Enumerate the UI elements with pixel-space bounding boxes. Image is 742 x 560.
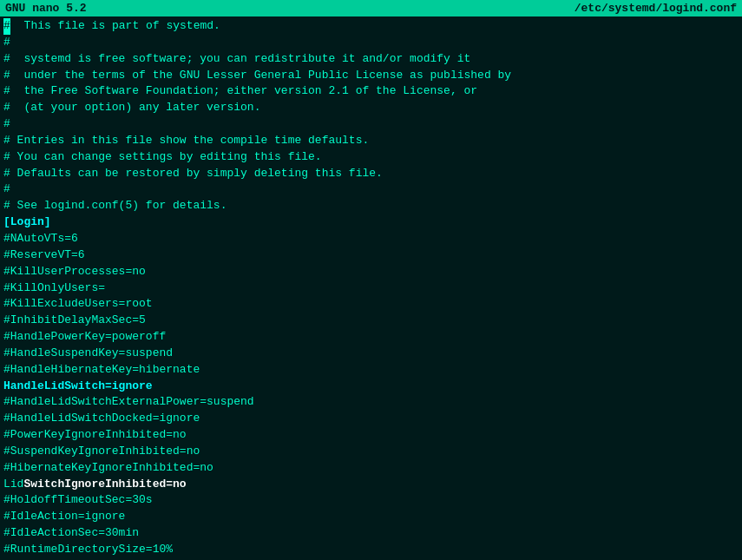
editor-line: #IdleActionSec=30min <box>3 525 739 542</box>
file-path: /etc/systemd/logind.conf <box>575 2 737 15</box>
editor-line: #HandleLidSwitchExternalPower=suspend <box>3 394 739 411</box>
editor-line: #PowerKeyIgnoreInhibited=no <box>3 427 739 444</box>
editor-line: #HoldoffTimeoutSec=30s <box>3 492 739 509</box>
editor-line: # <box>3 181 739 198</box>
editor-line: # Entries in this file show the compile … <box>3 133 739 149</box>
editor-line: # See logind.conf(5) for details. <box>3 198 739 214</box>
app-title: GNU nano 5.2 <box>5 2 87 15</box>
editor-line: # This file is part of systemd. <box>3 18 739 35</box>
editor-line: #InhibitDelayMaxSec=5 <box>3 313 739 329</box>
editor-line: # systemd is free software; you can redi… <box>3 51 739 68</box>
editor-line: #KillUserProcesses=no <box>3 264 739 280</box>
editor-line: # <box>3 116 739 133</box>
editor-line: #HandleLidSwitchDocked=ignore <box>3 411 739 427</box>
editor-line: # <box>3 35 739 51</box>
editor-line: # the Free Software Foundation; either v… <box>3 83 739 100</box>
editor-line: #KillExcludeUsers=root <box>3 296 739 313</box>
editor-line: #IdleAction=ignore <box>3 509 739 525</box>
editor-line: [Login] <box>3 214 739 231</box>
editor-line: #HandleHibernateKey=hibernate <box>3 362 739 379</box>
editor-line: LidSwitchIgnoreInhibited=no <box>3 477 739 493</box>
editor-line: #HibernateKeyIgnoreInhibited=no <box>3 460 739 477</box>
editor-content[interactable]: # This file is part of systemd.## system… <box>0 16 742 560</box>
editor-line: #HandleSuspendKey=suspend <box>3 346 739 362</box>
title-bar: GNU nano 5.2 /etc/systemd/logind.conf <box>0 0 742 16</box>
cursor: # <box>3 18 10 35</box>
editor-line: #HandlePowerKey=poweroff <box>3 329 739 346</box>
editor-line: #ReserveVT=6 <box>3 247 739 264</box>
editor-line: # Defaults can be restored by simply del… <box>3 166 739 182</box>
editor-line: # You can change settings by editing thi… <box>3 149 739 166</box>
editor-line: # (at your option) any later version. <box>3 100 739 116</box>
terminal: GNU nano 5.2 /etc/systemd/logind.conf # … <box>0 0 742 560</box>
editor-line: #RuntimeDirectorySize=10% <box>3 542 739 558</box>
editor-line: # under the terms of the GNU Lesser Gene… <box>3 68 739 84</box>
editor-line: #SuspendKeyIgnoreInhibited=no <box>3 444 739 460</box>
editor-line: #NAutoVTs=6 <box>3 231 739 247</box>
editor-line: #KillOnlyUsers= <box>3 280 739 297</box>
editor-line: HandleLidSwitch=ignore <box>3 379 739 395</box>
